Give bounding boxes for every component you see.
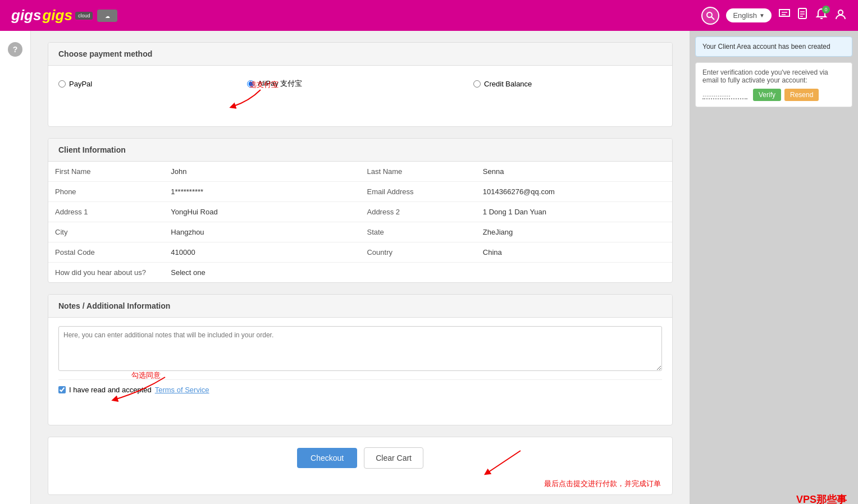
table-row: How did you hear about us? Select one: [48, 263, 672, 283]
svg-point-11: [838, 10, 843, 15]
notification-badge: 0: [822, 6, 830, 13]
account-created-notification: Your Client Area account has been create…: [695, 36, 852, 57]
logo-icon: ☁: [97, 10, 117, 22]
value-address2: 1 Dong 1 Dan Yuan: [476, 202, 672, 222]
notifications-icon[interactable]: 0: [815, 8, 828, 23]
checkout-button[interactable]: Checkout: [297, 448, 357, 468]
value-postal: 410000: [164, 242, 360, 263]
tos-annotation-container: 勾选同意: [58, 400, 662, 416]
label-firstname: First Name: [48, 162, 164, 182]
label-postal: Postal Code: [48, 242, 164, 263]
client-info-table: First Name John Last Name Senna Phone 1*…: [48, 162, 672, 282]
right-panel: Your Client Area account has been create…: [690, 31, 858, 504]
label-hear: How did you hear about us?: [48, 263, 164, 283]
value-state: ZheJiang: [476, 222, 672, 242]
svg-text:☁: ☁: [105, 13, 110, 19]
label-address1: Address 1: [48, 202, 164, 222]
table-row: Address 1 YongHui Road Address 2 1 Dong …: [48, 202, 672, 222]
label-city: City: [48, 222, 164, 242]
verification-code-input[interactable]: [702, 90, 747, 99]
credit-label: Credit Balance: [484, 80, 532, 88]
value-phone: 1**********: [164, 182, 360, 202]
notes-card: Notes / Additional Information I have re…: [48, 294, 673, 425]
logo-cloud-badge: cloud: [75, 12, 93, 20]
svg-rect-6: [798, 8, 806, 19]
tos-checkbox[interactable]: [58, 386, 66, 393]
help-button[interactable]: ?: [8, 42, 22, 57]
label-empty: [360, 263, 476, 283]
credit-option[interactable]: Credit Balance: [473, 75, 662, 93]
account-created-text: Your Client Area account has been create…: [702, 43, 830, 51]
checkout-annotation-container: 最后点击提交进行付款，并完成订单: [48, 479, 672, 494]
svg-point-2: [707, 12, 712, 17]
verify-actions: Verify Resend: [702, 89, 845, 101]
language-label: English: [733, 11, 757, 20]
sidebar: ?: [0, 31, 31, 504]
svg-line-3: [711, 17, 714, 20]
alipay-annotation: 选支付宝: [58, 95, 662, 118]
value-empty: [476, 263, 672, 283]
clear-cart-button[interactable]: Clear Cart: [364, 447, 423, 469]
user-icon[interactable]: [834, 8, 847, 23]
table-row: Postal Code 410000 Country China: [48, 242, 672, 263]
payment-method-body: PayPal AliPay 支付宝 Credit Balance: [48, 66, 672, 126]
messages-icon[interactable]: [778, 8, 791, 22]
client-info-body: First Name John Last Name Senna Phone 1*…: [48, 162, 672, 282]
alipay-annotation-text: 选支付宝: [249, 80, 279, 90]
notes-textarea[interactable]: [58, 326, 662, 371]
checkout-row: Checkout Clear Cart: [48, 437, 672, 479]
header: gigs gigs cloud ☁ English ▼ 0: [0, 0, 858, 31]
paypal-label: PayPal: [69, 80, 92, 88]
checkout-annotation-arrow: [464, 448, 532, 479]
notes-body: I have read and accepted Terms of Servic…: [48, 318, 672, 425]
table-row: First Name John Last Name Senna: [48, 162, 672, 182]
label-state: State: [360, 222, 476, 242]
header-right: English ▼ 0: [701, 7, 847, 25]
language-button[interactable]: English ▼: [726, 8, 772, 22]
payment-method-card: Choose payment method PayPal AliPay 支付宝 …: [48, 42, 673, 127]
client-info-header: Client Information: [48, 139, 672, 162]
payment-options: PayPal AliPay 支付宝 Credit Balance: [58, 74, 662, 93]
notes-header: Notes / Additional Information: [48, 295, 672, 318]
value-city: Hangzhou: [164, 222, 360, 242]
main-layout: ? Choose payment method PayPal AliPay 支付…: [0, 31, 858, 504]
value-country: China: [476, 242, 672, 263]
credit-radio[interactable]: [473, 80, 481, 88]
logo-gigs2: gigs: [42, 7, 72, 24]
chevron-down-icon: ▼: [759, 12, 765, 19]
resend-button[interactable]: Resend: [784, 89, 819, 101]
table-row: Phone 1********** Email Address 10143662…: [48, 182, 672, 202]
content-area: Choose payment method PayPal AliPay 支付宝 …: [31, 31, 690, 504]
value-firstname: John: [164, 162, 360, 182]
verify-button[interactable]: Verify: [753, 89, 781, 101]
label-lastname: Last Name: [360, 162, 476, 182]
payment-method-header: Choose payment method: [48, 43, 672, 66]
verify-card: Enter verification code you've received …: [695, 62, 852, 107]
logo-gigs1: gigs: [11, 7, 41, 24]
value-email: 1014366276@qq.com: [476, 182, 672, 202]
client-info-card: Client Information First Name John Last …: [48, 138, 673, 283]
logo: gigs gigs cloud ☁: [11, 7, 117, 24]
label-phone: Phone: [48, 182, 164, 202]
tos-annotation-text: 勾选同意: [131, 370, 161, 381]
verify-text: Enter verification code you've received …: [702, 68, 845, 84]
checkout-card: Checkout Clear Cart 最后点击提交进行付款，并完成订单: [48, 437, 673, 495]
label-address2: Address 2: [360, 202, 476, 222]
table-row: City Hangzhou State ZheJiang: [48, 222, 672, 242]
value-lastname: Senna: [476, 162, 672, 182]
watermark: VPS那些事: [796, 493, 847, 504]
documents-icon[interactable]: [797, 8, 809, 23]
search-button[interactable]: [701, 7, 719, 25]
label-email: Email Address: [360, 182, 476, 202]
value-address1: YongHui Road: [164, 202, 360, 222]
checkout-annotation-text: 最后点击提交进行付款，并完成订单: [544, 479, 661, 488]
value-hear: Select one: [164, 263, 360, 283]
label-country: Country: [360, 242, 476, 263]
paypal-radio[interactable]: [58, 80, 66, 88]
